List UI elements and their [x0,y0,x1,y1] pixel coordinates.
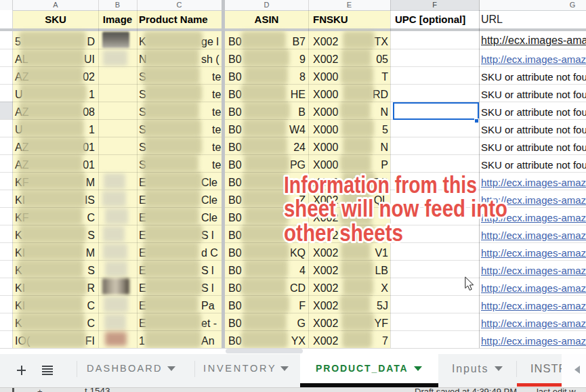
svg-text:Information from this: Information from this [284,171,477,198]
svg-text:other sheets: other sheets [284,219,403,246]
svg-text:sheet will now feed into: sheet will now feed into [284,195,507,221]
